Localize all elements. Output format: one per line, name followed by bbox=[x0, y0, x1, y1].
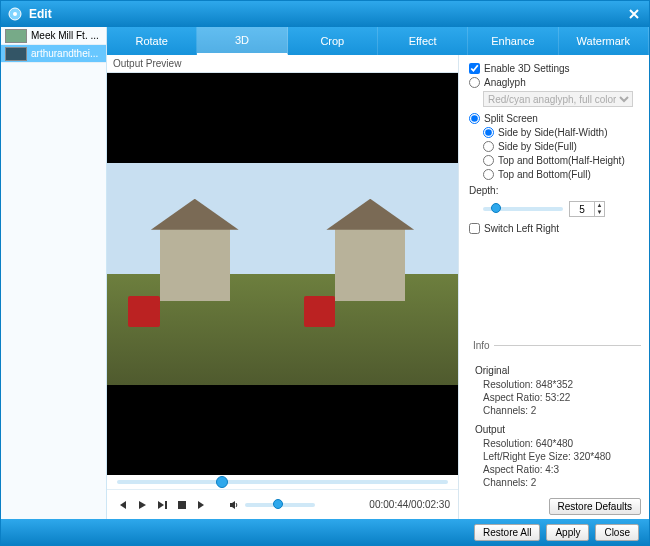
switch-lr-input[interactable] bbox=[469, 223, 480, 234]
switch-lr-checkbox[interactable]: Switch Left Right bbox=[469, 223, 641, 234]
depth-spinner[interactable]: ▲ ▼ bbox=[569, 201, 605, 217]
enable-3d-checkbox[interactable]: Enable 3D Settings bbox=[469, 63, 641, 74]
footer-bar: Restore All Apply Close bbox=[1, 519, 649, 545]
tab-effect[interactable]: Effect bbox=[378, 27, 468, 55]
file-label: Meek Mill Ft. ... bbox=[31, 30, 99, 41]
settings-panel: Enable 3D Settings Anaglyph Red/cyan ana… bbox=[459, 55, 649, 519]
seek-thumb[interactable] bbox=[216, 476, 228, 488]
svg-point-1 bbox=[13, 12, 17, 16]
sbs-full-radio[interactable]: Side by Side(Full) bbox=[483, 141, 641, 152]
depth-down[interactable]: ▼ bbox=[594, 209, 604, 216]
info-original: Original Resolution: 848*352 Aspect Rati… bbox=[475, 365, 641, 416]
tb-half-radio[interactable]: Top and Bottom(Half-Height) bbox=[483, 155, 641, 166]
file-list: Meek Mill Ft. ... arthurandthei... bbox=[1, 27, 107, 519]
apply-button[interactable]: Apply bbox=[546, 524, 589, 541]
info-output: Output Resolution: 640*480 Left/Right Ey… bbox=[475, 424, 641, 488]
video-preview[interactable] bbox=[107, 73, 458, 475]
file-label: arthurandthei... bbox=[31, 48, 98, 59]
time-display: 00:00:44/00:02:30 bbox=[369, 499, 450, 510]
close-icon[interactable] bbox=[625, 5, 643, 23]
anaglyph-input[interactable] bbox=[469, 77, 480, 88]
next-button[interactable] bbox=[195, 498, 209, 512]
window-title: Edit bbox=[29, 7, 625, 21]
close-button[interactable]: Close bbox=[595, 524, 639, 541]
restore-defaults-button[interactable]: Restore Defaults bbox=[549, 498, 641, 515]
volume-thumb[interactable] bbox=[273, 499, 283, 509]
playback-controls: 00:00:44/00:02:30 bbox=[107, 489, 458, 519]
split-screen-input[interactable] bbox=[469, 113, 480, 124]
tb-full-radio[interactable]: Top and Bottom(Full) bbox=[483, 169, 641, 180]
tab-enhance[interactable]: Enhance bbox=[468, 27, 558, 55]
anaglyph-radio[interactable]: Anaglyph bbox=[469, 77, 641, 88]
volume-icon[interactable] bbox=[227, 498, 241, 512]
svg-rect-2 bbox=[178, 501, 186, 509]
info-header: Info bbox=[469, 345, 641, 361]
play-button[interactable] bbox=[135, 498, 149, 512]
depth-up[interactable]: ▲ bbox=[594, 202, 604, 209]
restore-all-button[interactable]: Restore All bbox=[474, 524, 540, 541]
tab-watermark[interactable]: Watermark bbox=[559, 27, 649, 55]
file-list-item[interactable]: arthurandthei... bbox=[1, 45, 106, 63]
depth-value-input[interactable] bbox=[570, 204, 594, 215]
depth-slider[interactable] bbox=[483, 207, 563, 211]
stop-button[interactable] bbox=[175, 498, 189, 512]
seek-slider[interactable] bbox=[117, 480, 448, 484]
sbs-half-radio[interactable]: Side by Side(Half-Width) bbox=[483, 127, 641, 138]
tab-crop[interactable]: Crop bbox=[288, 27, 378, 55]
enable-3d-input[interactable] bbox=[469, 63, 480, 74]
depth-label: Depth: bbox=[469, 185, 641, 196]
step-button[interactable] bbox=[155, 498, 169, 512]
split-screen-radio[interactable]: Split Screen bbox=[469, 113, 641, 124]
titlebar: Edit bbox=[1, 1, 649, 27]
preview-frame bbox=[107, 163, 458, 384]
file-list-item[interactable]: Meek Mill Ft. ... bbox=[1, 27, 106, 45]
tab-rotate[interactable]: Rotate bbox=[107, 27, 197, 55]
tab-bar: Rotate 3D Crop Effect Enhance Watermark bbox=[107, 27, 649, 55]
thumbnail bbox=[5, 47, 27, 61]
volume-slider[interactable] bbox=[245, 503, 315, 507]
tab-3d[interactable]: 3D bbox=[197, 27, 287, 55]
app-icon bbox=[7, 6, 23, 22]
thumbnail bbox=[5, 29, 27, 43]
preview-header: Output Preview bbox=[107, 55, 458, 73]
prev-button[interactable] bbox=[115, 498, 129, 512]
anaglyph-select: Red/cyan anaglyph, full color bbox=[483, 91, 633, 107]
depth-thumb[interactable] bbox=[491, 203, 501, 213]
edit-window: Edit Meek Mill Ft. ... arthurandthei... … bbox=[0, 0, 650, 546]
